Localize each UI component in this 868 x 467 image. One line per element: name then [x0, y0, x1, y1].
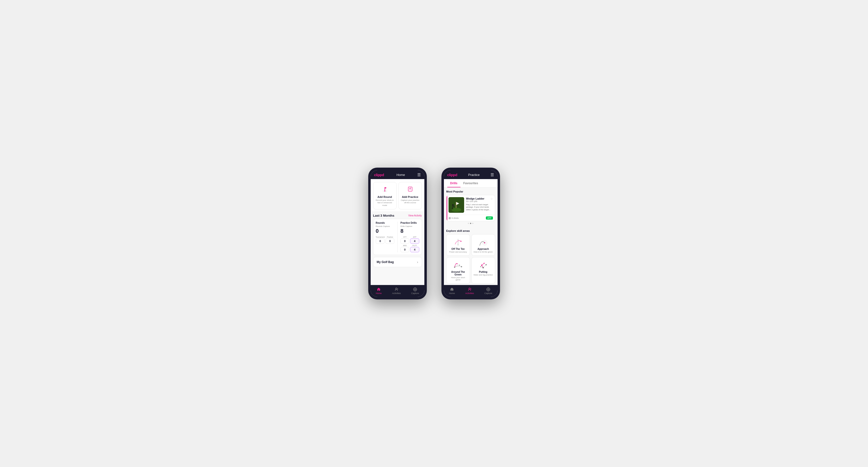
putt-stat: PUTT 4 [410, 245, 419, 252]
phone1-menu-icon[interactable]: ☰ [417, 173, 421, 177]
tournament-value: 0 [376, 238, 385, 244]
golf-scene-svg [448, 197, 464, 213]
star-icon[interactable]: ☆ [490, 197, 493, 200]
tab-drills[interactable]: Drills [447, 179, 461, 187]
phone1-content: Add Round Record your shots in fast or e… [371, 179, 424, 285]
svg-point-32 [469, 288, 470, 289]
svg-rect-5 [409, 190, 411, 190]
drill-accent [446, 195, 447, 221]
stats-row: Rounds Rounds Capture 0 Tournament 0 Pra… [376, 222, 419, 252]
rounds-capture-label: Rounds Capture [376, 225, 395, 227]
svg-point-2 [384, 191, 385, 191]
svg-point-34 [488, 289, 489, 290]
putt-value: 4 [410, 247, 419, 252]
skill-name-putting: Putting [479, 271, 487, 273]
approach-icon [477, 237, 489, 247]
my-golf-bag-row[interactable]: My Golf Bag › [373, 257, 422, 267]
app-label: APP [410, 236, 419, 238]
nav2-home[interactable]: Home [449, 287, 455, 294]
skill-desc-approach: Dial-in to hit the green [474, 251, 493, 253]
action-cards-row: Add Round Record your shots in fast or e… [371, 179, 424, 211]
skill-card-off-the-tee[interactable]: Off The Tee Power and accuracy [446, 234, 470, 256]
activities-icon [394, 287, 399, 291]
drills-title: Practice Drills [400, 222, 419, 224]
add-practice-icon [406, 185, 414, 194]
skill-name-atg: Around The Green [448, 271, 468, 276]
add-round-icon [381, 185, 389, 194]
phone2-menu-icon[interactable]: ☰ [491, 173, 494, 177]
home-icon [376, 287, 381, 291]
svg-point-15 [450, 218, 450, 218]
chevron-right-icon: › [417, 260, 418, 264]
ott-value: 0 [400, 238, 409, 244]
stats-divider [397, 222, 398, 252]
drills-sub-row: OTT 0 APP 4 [400, 236, 419, 244]
phone2-header: clippd Practice ☰ [444, 170, 498, 179]
svg-point-12 [452, 204, 454, 206]
carousel-dots [446, 221, 495, 225]
app-badge: APP [486, 216, 493, 220]
rounds-value: 0 [376, 228, 395, 234]
shots-label: 9 shots [448, 217, 459, 219]
arg-label: ARG [400, 245, 409, 246]
practice-value: 0 [385, 238, 394, 244]
phone2-logo: clippd [447, 173, 457, 177]
rounds-sub-row: Tournament 0 Practice 0 [376, 236, 395, 244]
nav2-activities[interactable]: Activities [465, 287, 474, 294]
add-round-desc: Record your shots in fast or enhanced mo… [375, 199, 394, 207]
tournament-stat: Tournament 0 [376, 236, 385, 244]
skill-card-atg[interactable]: Around The Green Hone your short game [446, 257, 470, 283]
putting-icon [477, 260, 489, 270]
dot-1 [468, 223, 469, 224]
stats-box: Rounds Rounds Capture 0 Tournament 0 Pra… [373, 219, 422, 255]
nav2-capture[interactable]: Capture [485, 287, 492, 294]
svg-point-10 [452, 208, 461, 212]
add-round-card[interactable]: Add Round Record your shots in fast or e… [373, 182, 397, 209]
arg-stat: ARG 0 [400, 245, 409, 252]
svg-point-18 [461, 241, 461, 242]
putt-label: PUTT [410, 245, 419, 246]
practice-stat: Practice 0 [385, 236, 394, 244]
add-practice-title: Add Practice [402, 195, 418, 198]
shots-count: 9 shots [452, 217, 459, 219]
drill-card-inner: Wedge Ladder 50–100 yds Play 1 shot at e… [446, 195, 495, 215]
phone1-logo: clippd [374, 173, 384, 177]
nav-home[interactable]: Home [376, 287, 382, 294]
drill-card-wedge-ladder[interactable]: Wedge Ladder 50–100 yds Play 1 shot at e… [446, 195, 495, 221]
skill-desc-ott: Power and accuracy [449, 251, 467, 253]
ott-stat: OTT 0 [400, 236, 409, 244]
svg-point-6 [396, 288, 397, 289]
phone2-bottom-nav: Home Activities Capture [444, 285, 498, 297]
nav-capture-label: Capture [411, 292, 419, 294]
skill-desc-putting: Make and lag practice [474, 274, 493, 276]
dot-3 [472, 223, 473, 224]
nav-activities-label: Activities [392, 292, 401, 294]
app-stat: APP 4 [410, 236, 419, 244]
nav-activities[interactable]: Activities [392, 287, 401, 294]
drill-title: Wedge Ladder [466, 197, 493, 200]
skill-desc-atg: Hone your short game [448, 276, 468, 281]
skill-card-approach[interactable]: Approach Dial-in to hit the green [471, 234, 495, 256]
practice-label: Practice [385, 236, 394, 238]
most-popular-section: Most Popular [444, 188, 498, 228]
activity-section-header: Last 3 Months View Activity [371, 211, 424, 219]
skill-grid: Off The Tee Power and accuracy [446, 234, 495, 283]
phone1-bottom-nav: Home Activities Capture [371, 285, 424, 297]
add-practice-card[interactable]: Add Practice Capture your practice off-t… [399, 182, 422, 209]
svg-rect-11 [456, 202, 456, 208]
nav-capture[interactable]: Capture [411, 287, 419, 294]
capture-icon [413, 287, 417, 291]
drills-capture-label: Drills Capture [400, 225, 419, 227]
rounds-title: Rounds [376, 222, 395, 224]
tab-favourites[interactable]: Favourites [461, 179, 481, 187]
skill-card-putting[interactable]: Putting Make and lag practice [471, 257, 495, 283]
view-activity-link[interactable]: View Activity [408, 214, 422, 217]
skill-name-approach: Approach [477, 248, 489, 250]
phone-2: clippd Practice ☰ Drills Favourites Most… [441, 167, 500, 300]
dot-2 [470, 223, 471, 224]
skill-name-ott: Off The Tee [452, 248, 465, 250]
svg-point-8 [414, 289, 416, 290]
off-the-tee-icon [452, 237, 464, 247]
drills-sub-row-2: ARG 0 PUTT 4 [400, 245, 419, 252]
drill-footer: 9 shots APP [446, 215, 495, 221]
